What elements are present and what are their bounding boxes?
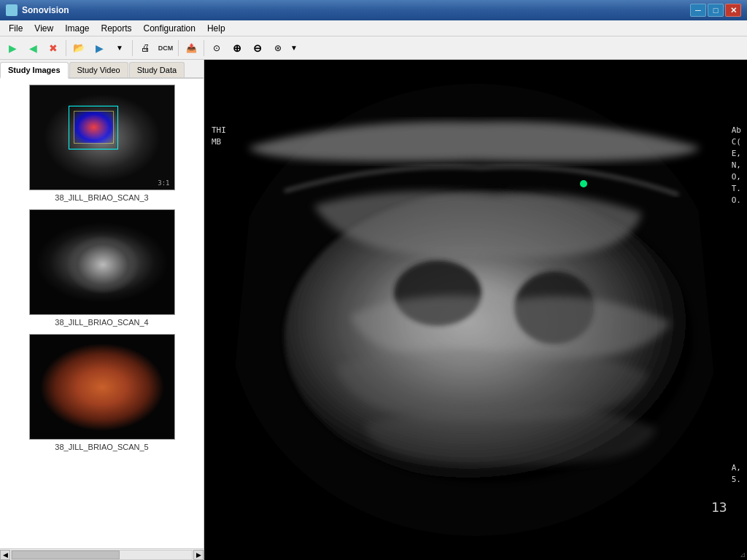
thumbnail-label-3: 38_JILL_BRIAO_SCAN_5	[55, 443, 148, 451]
menu-bar: File View Image Reports Configuration He…	[0, 20, 747, 36]
thumbnail-image-3	[29, 334, 175, 440]
toolbar-sep-3	[178, 40, 179, 56]
app-title: Sonovision	[22, 5, 689, 15]
app-icon	[6, 4, 18, 16]
dicom-overlay-mb: MB	[212, 137, 221, 147]
tab-study-images[interactable]: Study Images	[0, 62, 69, 79]
maximize-button[interactable]: □	[708, 4, 724, 17]
toolbar-btn-3[interactable]: ✖	[44, 39, 63, 58]
dicom-overlay-thi: THI	[212, 125, 226, 135]
close-button[interactable]: ✕	[725, 4, 741, 17]
toolbar-btn-zoom-fit[interactable]: ⊙	[207, 39, 226, 58]
ultrasound-image: 13	[204, 60, 747, 560]
dicom-overlay-tr4: N,	[732, 160, 741, 170]
main-content: Study Images Study Video Study Data 3:1 …	[0, 60, 747, 560]
tab-study-data[interactable]: Study Data	[129, 62, 185, 77]
thumbnail-item-2[interactable]: 38_JILL_BRIAO_SCAN_4	[0, 209, 204, 327]
h-scroll-thumb[interactable]	[12, 551, 120, 559]
thumbnail-image-2	[29, 209, 175, 315]
menu-reports[interactable]: Reports	[96, 22, 138, 35]
toolbar-btn-zoom-in[interactable]: ⊕	[228, 39, 247, 58]
dicom-overlay-tr7: O.	[732, 195, 741, 205]
toolbar-sep-1	[66, 40, 66, 56]
toolbar-sep-2	[132, 40, 133, 56]
tab-study-video[interactable]: Study Video	[69, 62, 128, 77]
thumbnail-item-3[interactable]: 38_JILL_BRIAO_SCAN_5	[0, 334, 204, 451]
dicom-overlay-tr5: O,	[732, 172, 741, 182]
main-image-viewer: 13 THI MB Ab C( E, N, O, T. O. A, 5. ⊿	[204, 60, 747, 560]
thumbnail-label-1: 38_JILL_BRIAO_SCAN_3	[55, 193, 148, 202]
toolbar-btn-dcm[interactable]: DCM	[156, 39, 175, 58]
horizontal-scrollbar[interactable]: ◀ ▶	[0, 548, 204, 560]
toolbar-sep-4	[204, 40, 204, 56]
dicom-overlay-tr1: Ab	[732, 125, 741, 135]
menu-configuration[interactable]: Configuration	[138, 22, 201, 35]
title-bar: Sonovision ─ □ ✕	[0, 0, 747, 20]
dicom-overlay-br2: 5.	[732, 475, 741, 484]
toolbar: ▶ ◀ ✖ 📂 ▶ ▼ 🖨 DCM 📤 ⊙ ⊕ ⊖ ⊛ ▼	[0, 36, 747, 60]
toolbar-btn-play[interactable]: ▶	[90, 39, 109, 58]
dicom-overlay-tr3: E,	[732, 149, 741, 158]
toolbar-btn-open[interactable]: 📂	[69, 39, 88, 58]
toolbar-btn-export[interactable]: 📤	[182, 39, 201, 58]
h-scroll-left[interactable]: ◀	[0, 550, 10, 560]
toolbar-btn-dropdown[interactable]: ▼	[110, 39, 129, 58]
left-panel: Study Images Study Video Study Data 3:1 …	[0, 60, 204, 560]
minimize-button[interactable]: ─	[690, 4, 706, 17]
main-ultrasound-display: 13 THI MB Ab C( E, N, O, T. O. A, 5. ⊿	[204, 60, 747, 560]
toolbar-btn-1[interactable]: ▶	[3, 39, 22, 58]
menu-view[interactable]: View	[28, 22, 59, 35]
h-scroll-track[interactable]	[11, 550, 193, 560]
toolbar-btn-zoom-custom[interactable]: ⊛	[268, 39, 287, 58]
toolbar-btn-zoom-out[interactable]: ⊖	[248, 39, 267, 58]
svg-point-5	[580, 180, 587, 187]
thumbnail-image-1: 3:1	[29, 85, 175, 190]
thumbnail-item-1[interactable]: 3:1 38_JILL_BRIAO_SCAN_3	[0, 85, 204, 202]
thumbnail-label-2: 38_JILL_BRIAO_SCAN_4	[55, 318, 148, 327]
dicom-overlay-tr2: C(	[732, 137, 741, 147]
menu-help[interactable]: Help	[201, 22, 231, 35]
toolbar-btn-print[interactable]: 🖨	[136, 39, 155, 58]
toolbar-btn-2[interactable]: ◀	[23, 39, 42, 58]
toolbar-btn-zoom-dropdown[interactable]: ▼	[289, 39, 299, 58]
menu-file[interactable]: File	[3, 22, 28, 35]
tab-bar: Study Images Study Video Study Data	[0, 60, 204, 79]
menu-image[interactable]: Image	[59, 22, 95, 35]
dicom-overlay-tr6: T.	[732, 184, 741, 193]
resize-handle[interactable]: ⊿	[740, 551, 746, 559]
thumbnail-list[interactable]: 3:1 38_JILL_BRIAO_SCAN_3 38_JILL_BRIAO_S…	[0, 79, 204, 548]
h-scroll-right[interactable]: ▶	[193, 550, 204, 560]
svg-text:13: 13	[711, 499, 727, 515]
dicom-overlay-br1: A,	[732, 463, 741, 472]
